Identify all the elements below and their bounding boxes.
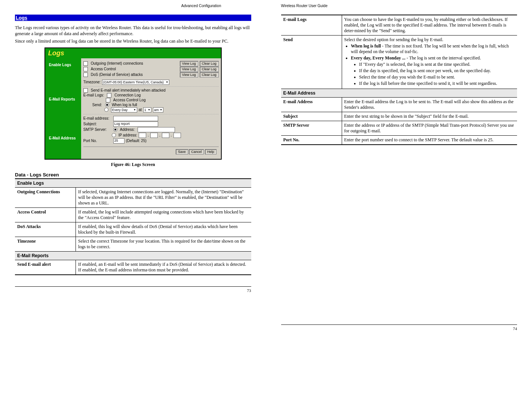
radio-everyday[interactable] — [104, 108, 108, 112]
subject-field[interactable]: Log report — [113, 121, 158, 127]
ampm-dropdown[interactable]: am▼ — [153, 107, 163, 113]
document-spread: Advanced Configuration Logs The Logs rec… — [0, 0, 532, 344]
sidebar-tab-enable-logs: Enable Logs — [45, 61, 81, 69]
clearlog-1[interactable]: Clear Log — [200, 61, 219, 66]
logs-intro-1: The Logs record various types of activit… — [15, 25, 251, 37]
ip-4[interactable] — [173, 133, 181, 138]
checkbox-acclog[interactable] — [106, 98, 110, 102]
left-page-number: 73 — [247, 288, 251, 293]
figure-caption: Figure 46: Logs Screen — [15, 162, 251, 167]
logs-data-table-right: E-mail LogsYou can choose to have the lo… — [281, 15, 517, 145]
ip-1[interactable] — [139, 133, 146, 138]
logs-window-title: Logs — [45, 48, 221, 58]
right-page-header: Wireless Router User Guide — [281, 4, 517, 8]
checkbox-alert[interactable] — [83, 88, 88, 93]
hour-dropdown[interactable]: 1▼ — [143, 107, 151, 113]
save-button[interactable]: Save — [176, 149, 188, 154]
left-page-header: Advanced Configuration — [15, 4, 251, 8]
viewlog-2[interactable]: View Log — [180, 67, 198, 72]
help-button[interactable]: Help — [205, 149, 216, 154]
logs-intro-2: Since only a limited amount of log data … — [15, 38, 251, 44]
interval-dropdown[interactable]: Every Day▼ — [111, 107, 137, 113]
timezone-dropdown[interactable]: (GMT-05:00) Eastern Time(US, Canada)▼ — [102, 80, 169, 85]
chevron-down-icon: ▼ — [148, 108, 150, 111]
port-field[interactable]: 25 — [113, 138, 124, 144]
checkbox-access[interactable] — [83, 67, 88, 71]
email-field[interactable] — [113, 116, 158, 121]
clearlog-2[interactable]: Clear Log — [200, 67, 219, 72]
smtp-addr-field[interactable] — [138, 127, 175, 132]
right-page-number: 74 — [513, 326, 517, 331]
checkbox-connlog[interactable] — [107, 93, 111, 98]
logs-sidebar: Enable Logs E-Mail Reports E-Mail Addres… — [45, 58, 81, 159]
checkbox-dos[interactable] — [83, 73, 88, 77]
ip-3[interactable] — [162, 133, 169, 138]
left-page: Advanced Configuration Logs The Logs rec… — [7, 4, 259, 302]
cancel-button[interactable]: Cancel — [189, 149, 204, 154]
radio-whenfull[interactable] — [105, 103, 109, 107]
sidebar-tab-email-reports: E-Mail Reports — [45, 96, 81, 103]
sidebar-tab-email-address: E-Mail Address — [45, 135, 81, 142]
ip-2[interactable] — [150, 133, 158, 138]
right-footer: 74 — [281, 324, 517, 332]
logs-form-area: Outgoing (Internet) connectionsView LogC… — [81, 58, 221, 159]
chevron-down-icon: ▼ — [133, 108, 136, 111]
right-page: Wireless Router User Guide E-mail LogsYo… — [274, 4, 525, 340]
left-footer: 73 — [15, 286, 251, 294]
radio-smtp-addr[interactable] — [113, 127, 117, 132]
checkbox-outgoing[interactable] — [83, 61, 88, 66]
logs-data-table-left: Enable Logs Outgoing ConnectionsIf selec… — [15, 178, 251, 275]
clearlog-3[interactable]: Clear Log — [200, 72, 219, 77]
logs-section-bar: Logs — [15, 15, 251, 21]
viewlog-3[interactable]: View Log — [180, 72, 198, 77]
chevron-down-icon: ▼ — [166, 81, 168, 83]
data-logs-header: Data - Logs Screen — [15, 172, 251, 178]
radio-smtp-ip[interactable] — [112, 133, 116, 137]
viewlog-1[interactable]: View Log — [180, 61, 198, 66]
chevron-down-icon: ▼ — [160, 108, 162, 111]
logs-screenshot: Logs Enable Logs E-Mail Reports E-Mail A… — [44, 47, 222, 160]
